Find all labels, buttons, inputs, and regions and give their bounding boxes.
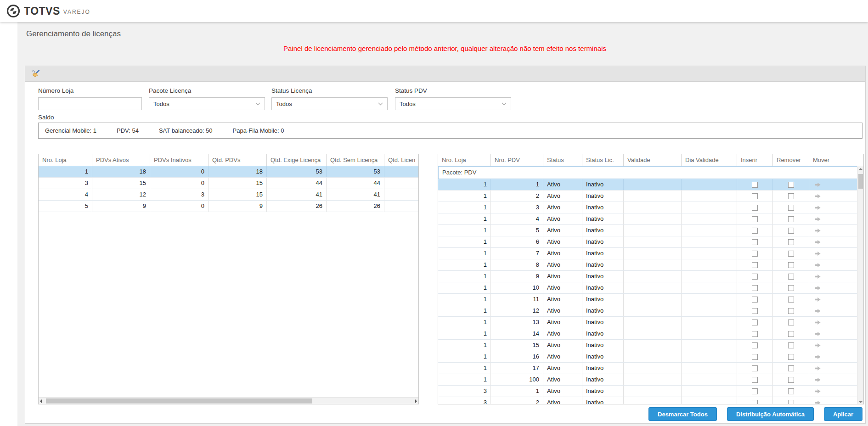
inserir-checkbox[interactable] (752, 251, 758, 257)
remover-checkbox[interactable] (788, 331, 794, 337)
scrollbar-thumb[interactable] (46, 398, 312, 404)
move-arrow-button[interactable] (815, 194, 821, 199)
pdv-row[interactable]: 113AtivoInativo (438, 317, 857, 328)
inserir-checkbox[interactable] (752, 285, 758, 291)
remover-checkbox[interactable] (788, 354, 794, 360)
column-header[interactable]: Qtd. Exige Licença (267, 154, 327, 166)
column-header[interactable]: Validade (624, 154, 682, 166)
remover-checkbox[interactable] (788, 193, 794, 199)
move-arrow-button[interactable] (815, 205, 821, 210)
inserir-checkbox[interactable] (752, 342, 758, 348)
status-licenca-select[interactable]: Todos (271, 97, 388, 110)
inserir-checkbox[interactable] (752, 216, 758, 222)
column-header[interactable]: Mover (809, 154, 863, 166)
scroll-up-arrow-icon[interactable] (859, 168, 862, 170)
inserir-checkbox[interactable] (752, 205, 758, 211)
column-header[interactable]: PDVs Inativos (150, 154, 209, 166)
pdv-row[interactable]: 16AtivoInativo (438, 236, 857, 248)
column-header[interactable]: Qtd. Licen (384, 154, 419, 166)
move-arrow-button[interactable] (815, 274, 821, 279)
store-row[interactable]: 1180185353 (39, 166, 418, 178)
move-arrow-button[interactable] (815, 297, 821, 302)
inserir-checkbox[interactable] (752, 331, 758, 337)
store-row[interactable]: 59092626 (39, 201, 418, 212)
column-header[interactable]: PDVs Ativos (92, 154, 150, 166)
remover-checkbox[interactable] (788, 320, 794, 325)
remover-checkbox[interactable] (788, 239, 794, 245)
move-arrow-button[interactable] (815, 228, 821, 233)
remover-checkbox[interactable] (788, 297, 794, 303)
remover-checkbox[interactable] (788, 285, 794, 291)
column-header[interactable]: Dia Validade (682, 154, 737, 166)
move-arrow-button[interactable] (815, 343, 821, 348)
desmarcar-todos-button[interactable]: Desmarcar Todos (648, 407, 717, 421)
inserir-checkbox[interactable] (752, 228, 758, 234)
pdv-row[interactable]: 1100AtivoInativo (438, 374, 857, 386)
move-arrow-button[interactable] (815, 331, 821, 336)
column-header[interactable]: Nro. Loja (438, 154, 491, 166)
remover-checkbox[interactable] (788, 228, 794, 234)
scroll-right-arrow-icon[interactable] (415, 399, 417, 403)
move-arrow-button[interactable] (815, 217, 821, 222)
remover-checkbox[interactable] (788, 365, 794, 371)
clear-filters-button[interactable] (30, 68, 41, 79)
pdv-row[interactable]: 13AtivoInativo (438, 202, 857, 213)
pdv-row[interactable]: 17AtivoInativo (438, 248, 857, 259)
scrollbar-thumb[interactable] (858, 174, 863, 189)
store-row[interactable]: 3150154444 (39, 178, 418, 189)
pdv-row[interactable]: 15AtivoInativo (438, 225, 857, 236)
remover-checkbox[interactable] (788, 342, 794, 348)
remover-checkbox[interactable] (788, 182, 794, 188)
remover-checkbox[interactable] (788, 308, 794, 314)
column-header[interactable]: Inserir (737, 154, 773, 166)
pdv-row[interactable]: 12AtivoInativo (438, 191, 857, 202)
pdv-row[interactable]: 14AtivoInativo (438, 213, 857, 225)
move-arrow-button[interactable] (815, 182, 821, 187)
inserir-checkbox[interactable] (752, 354, 758, 360)
move-arrow-button[interactable] (815, 354, 821, 359)
pdv-row[interactable]: 19AtivoInativo (438, 271, 857, 282)
move-arrow-button[interactable] (815, 400, 821, 405)
remover-checkbox[interactable] (788, 251, 794, 257)
remover-checkbox[interactable] (788, 400, 794, 405)
inserir-checkbox[interactable] (752, 400, 758, 405)
column-header[interactable]: Qtd. PDVs (209, 154, 267, 166)
store-row[interactable]: 4123154141 (39, 189, 418, 201)
pdv-row[interactable]: 18AtivoInativo (438, 259, 857, 271)
vertical-scrollbar[interactable] (857, 166, 863, 404)
inserir-checkbox[interactable] (752, 297, 758, 303)
pacote-licenca-select[interactable]: Todos (149, 97, 265, 110)
inserir-checkbox[interactable] (752, 308, 758, 314)
pdv-row[interactable]: 117AtivoInativo (438, 363, 857, 374)
pdv-row[interactable]: 32AtivoInativo (438, 397, 857, 404)
pdv-row[interactable]: 31AtivoInativo (438, 386, 857, 397)
inserir-checkbox[interactable] (752, 274, 758, 280)
move-arrow-button[interactable] (815, 366, 821, 371)
column-header[interactable]: Nro. Loja (39, 154, 92, 166)
aplicar-button[interactable]: Aplicar (824, 407, 862, 421)
inserir-checkbox[interactable] (752, 182, 758, 188)
remover-checkbox[interactable] (788, 377, 794, 383)
pdv-row[interactable]: 110AtivoInativo (438, 282, 857, 294)
status-pdv-select[interactable]: Todos (395, 97, 511, 110)
move-arrow-button[interactable] (815, 308, 821, 314)
distribuicao-automatica-button[interactable]: Distribuição Automática (727, 407, 814, 421)
inserir-checkbox[interactable] (752, 320, 758, 325)
pdv-row[interactable]: 111AtivoInativo (438, 294, 857, 305)
inserir-checkbox[interactable] (752, 388, 758, 394)
remover-checkbox[interactable] (788, 262, 794, 268)
scroll-down-arrow-icon[interactable] (859, 401, 862, 403)
move-arrow-button[interactable] (815, 286, 821, 291)
scroll-left-arrow-icon[interactable] (40, 399, 42, 403)
move-arrow-button[interactable] (815, 377, 821, 382)
remover-checkbox[interactable] (788, 205, 794, 211)
pdv-row[interactable]: 112AtivoInativo (438, 305, 857, 317)
remover-checkbox[interactable] (788, 216, 794, 222)
column-header[interactable]: Remover (773, 154, 809, 166)
move-arrow-button[interactable] (815, 240, 821, 245)
pdv-row[interactable]: 116AtivoInativo (438, 351, 857, 363)
move-arrow-button[interactable] (815, 320, 821, 325)
remover-checkbox[interactable] (788, 274, 794, 280)
pdv-row[interactable]: 11AtivoInativo (438, 179, 857, 191)
move-arrow-button[interactable] (815, 389, 821, 394)
